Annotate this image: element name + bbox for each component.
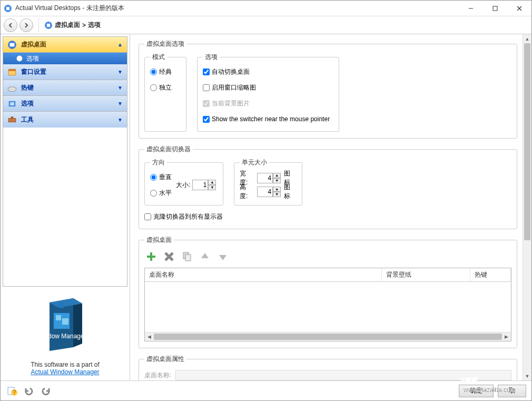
sidebar-item-window-settings[interactable]: 窗口设置 ▼ — [3, 64, 127, 80]
expand-icon: ▼ — [117, 69, 123, 75]
software-link[interactable]: Actual Window Manager — [31, 368, 99, 376]
prop-name-input — [175, 370, 511, 380]
radio-vertical[interactable]: 垂直 — [150, 171, 172, 183]
hotkey-icon — [7, 83, 17, 93]
options-icon — [16, 55, 23, 62]
minimize-button[interactable] — [459, 1, 483, 16]
window-title: Actual Virtual Desktops - 未注册的版本 — [15, 4, 459, 13]
radio-horizontal[interactable]: 水平 — [150, 187, 172, 199]
height-label: 高度: — [240, 183, 254, 201]
redo-button[interactable] — [40, 385, 52, 397]
copy-button[interactable] — [180, 250, 194, 263]
desktops-table[interactable]: 桌面名称 背景壁纸 热键 ◀ ▶ — [144, 268, 511, 341]
content-vscrollbar[interactable]: ▲ ▼ — [523, 34, 531, 380]
footer: ? 确定 取 — [1, 380, 531, 400]
check-clone[interactable]: 克隆切换器到所有显示器 — [144, 211, 511, 222]
sidebar-spacer — [3, 128, 127, 286]
expand-icon: ▼ — [117, 117, 123, 123]
window-controls — [459, 1, 531, 16]
svg-rect-1 — [6, 7, 9, 10]
svg-rect-18 — [11, 116, 14, 118]
sidebar-item-label: 工具 — [21, 115, 34, 124]
group-switcher: 虚拟桌面切换器 方向 垂直 水平 大小: ▲▼ — [139, 145, 517, 229]
desktops-toolbar — [144, 249, 511, 268]
sidebar-sub-options[interactable]: 选项 — [3, 53, 127, 64]
move-up-button[interactable] — [198, 250, 212, 263]
breadcrumb-part1: 虚拟桌面 — [55, 21, 80, 30]
col-name[interactable]: 桌面名称 — [145, 268, 382, 281]
gear-icon — [7, 99, 17, 109]
sidebar-item-label: 选项 — [21, 99, 34, 108]
content: 虚拟桌面选项 模式 经典 独立 选项 自动切换桌面 启用窗口缩略图 — [130, 34, 531, 380]
svg-rect-14 — [9, 101, 15, 106]
desktop-icon — [7, 40, 17, 50]
expand-icon: ▼ — [117, 85, 123, 91]
size-spinner[interactable]: ▲▼ — [192, 180, 216, 190]
hscroll-thumb[interactable] — [154, 334, 502, 340]
breadcrumb-part2: 选项 — [88, 21, 101, 30]
legend: 虚拟桌面选项 — [144, 40, 186, 48]
table-body[interactable] — [145, 282, 511, 332]
height-spinner[interactable]: ▲▼ — [257, 187, 281, 197]
sidebar-item-tools[interactable]: 工具 ▼ — [3, 112, 127, 128]
window-icon — [7, 67, 17, 77]
check-near-pointer[interactable]: Show the switcher near the mouse pointer — [203, 113, 333, 125]
sidebar-item-options[interactable]: 选项 ▼ — [3, 96, 127, 112]
product-box-image: Window Manager — [44, 292, 86, 355]
svg-rect-24 — [62, 318, 68, 325]
svg-rect-32 — [185, 255, 191, 261]
svg-rect-12 — [8, 69, 16, 71]
ok-button[interactable]: 确定 — [459, 385, 494, 397]
hscroll-right[interactable]: ▶ — [502, 332, 511, 341]
undo-button[interactable] — [23, 385, 35, 397]
group-cell-size: 单元大小 宽度: ▲▼ 图标 高度: ▲▼ 图标 — [234, 158, 302, 206]
svg-marker-20 — [73, 298, 82, 347]
radio-independent[interactable]: 独立 — [150, 82, 181, 93]
close-button[interactable] — [507, 1, 531, 16]
group-options: 选项 自动切换桌面 启用窗口缩略图 当前背景图片 Show the switch… — [197, 53, 339, 132]
width-spinner[interactable]: ▲▼ — [257, 173, 281, 183]
maximize-button[interactable] — [483, 1, 507, 16]
height-unit: 图标 — [284, 183, 297, 201]
legend: 模式 — [150, 53, 167, 62]
help-button[interactable]: ? — [6, 385, 18, 397]
svg-rect-15 — [11, 102, 14, 103]
svg-point-10 — [17, 56, 22, 61]
check-enable-thumbs[interactable]: 启用窗口缩略图 — [203, 82, 333, 93]
hscroll-left[interactable]: ◀ — [145, 332, 154, 341]
breadcrumb-icon — [44, 21, 53, 30]
svg-text:Window Manager: Window Manager — [44, 332, 86, 340]
sidebar-item-hotkeys[interactable]: 热键 ▼ — [3, 80, 127, 96]
svg-rect-17 — [8, 119, 16, 122]
legend: 选项 — [203, 53, 220, 62]
nav-forward-button[interactable] — [19, 18, 33, 32]
cancel-button[interactable]: 取 — [498, 385, 526, 397]
prop-name-row: 桌面名称: — [144, 368, 511, 380]
vscroll-thumb[interactable] — [524, 43, 530, 240]
add-button[interactable] — [144, 250, 158, 263]
svg-rect-16 — [11, 104, 14, 105]
svg-rect-7 — [47, 24, 50, 27]
sidebar-item-virtual-desktops[interactable]: 虚拟桌面 ▲ — [3, 37, 127, 53]
tools-icon — [7, 115, 17, 124]
sidebar-item-label: 虚拟桌面 — [21, 40, 46, 49]
software-text: This software is a part of — [5, 361, 125, 368]
move-down-button[interactable] — [216, 250, 230, 263]
collapse-icon: ▲ — [117, 42, 123, 47]
delete-button[interactable] — [162, 250, 176, 263]
col-hotkey[interactable]: 热键 — [470, 268, 511, 281]
group-direction: 方向 垂直 水平 大小: ▲▼ — [144, 158, 223, 206]
legend: 虚拟桌面属性 — [144, 355, 186, 364]
breadcrumb-sep: > — [82, 22, 86, 29]
vscroll-down[interactable]: ▼ — [523, 371, 531, 380]
col-wallpaper[interactable]: 背景壁纸 — [382, 268, 470, 281]
nav-back-button[interactable] — [4, 18, 17, 32]
breadcrumb: 虚拟桌面 > 选项 — [44, 21, 101, 30]
check-auto-switch[interactable]: 自动切换桌面 — [203, 66, 333, 77]
navbar: 虚拟桌面 > 选项 — [1, 16, 531, 34]
vscroll-up[interactable]: ▲ — [523, 34, 531, 43]
table-header: 桌面名称 背景壁纸 热键 — [145, 268, 511, 282]
radio-classic[interactable]: 经典 — [150, 66, 181, 77]
table-hscroll[interactable]: ◀ ▶ — [145, 332, 511, 341]
sidebar-item-label: 热键 — [21, 83, 34, 92]
